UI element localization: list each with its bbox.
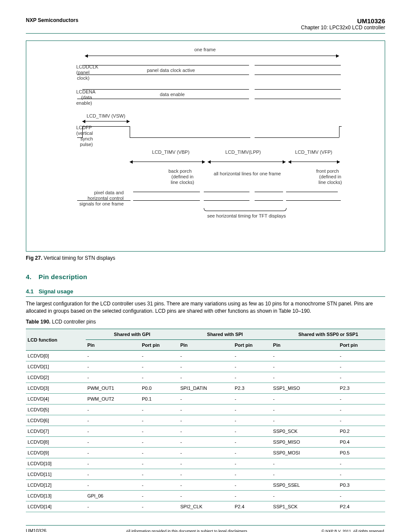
footer-right: © NXP B.V. 2011. All rights reserved. 25… [321, 528, 385, 532]
table-cell: - [140, 351, 178, 361]
wave-line [82, 89, 249, 90]
th-shared-gpi: Shared with GPI [86, 329, 179, 340]
table-cell: - [140, 361, 178, 372]
table-cell: - [140, 448, 178, 458]
wave-line [286, 192, 338, 192]
table-cell: - [233, 491, 271, 501]
table-cell: - [86, 448, 140, 458]
th-lcd-function: LCD function [26, 329, 86, 351]
table-cell: LCDVD[8] [26, 437, 86, 448]
table-cell: - [140, 404, 178, 415]
table-cell: - [140, 458, 178, 469]
table-cell: SSP0_SSEL [271, 480, 338, 491]
wave-line [255, 75, 341, 75]
table-cell: - [178, 351, 233, 361]
table-row: LCDVD[0]------ [26, 351, 385, 361]
table-cell: SSP0_MOSI [271, 448, 338, 458]
table-cell: - [271, 469, 338, 480]
table-row: LCDVD[5]------ [26, 404, 385, 415]
th-pin: Pin [86, 340, 140, 351]
table-cell: - [140, 469, 178, 480]
table-cell: P0.4 [338, 437, 385, 448]
figure-caption: Vertical timing for STN displays [44, 255, 115, 261]
table-cell: - [338, 458, 385, 469]
table-cell: P2.4 [338, 501, 385, 512]
header-right-brand: NXP Semiconductors [26, 17, 78, 31]
table-cell: P0.5 [338, 448, 385, 458]
table-cell: - [271, 404, 338, 415]
table-cell: PWM_OUT1 [86, 383, 140, 394]
figure-number: Fig 27. [26, 255, 42, 261]
label-vsw: LCD_TIMV (VSW) [87, 113, 125, 118]
wave-line [286, 200, 341, 201]
label-lcddclk: LCDDCLK (panel clock) [29, 64, 76, 70]
table-cell: - [86, 372, 140, 383]
table-cell: LCDVD[1] [26, 361, 86, 372]
table-row: LCDVD[13]GPI_06----- [26, 491, 385, 501]
th-pin: Pin [178, 340, 233, 351]
table-row: LCDVD[2]------ [26, 372, 385, 383]
header-chapter: Chapter 10: LPC32x0 LCD controller [301, 25, 385, 31]
arrow-vfp [288, 162, 340, 162]
label-one-frame: one frame [194, 47, 216, 52]
table-cell: - [271, 372, 338, 383]
label-lcdfp: LCDFP (vertical synch pulse) [29, 125, 76, 131]
wave-line [130, 137, 250, 138]
table-row: LCDVD[3]PWM_OUT1P0.0SPI1_DATINP2.3SSP1_M… [26, 383, 385, 394]
table-cell: - [178, 469, 233, 480]
table-cell: P2.4 [233, 501, 271, 512]
paragraph: The largest configuration for the LCD co… [26, 300, 385, 315]
wave-line [204, 192, 249, 192]
footer-mid: All information provided in this documen… [53, 528, 321, 532]
table-cell: LCDVD[9] [26, 448, 86, 458]
table-cell: LCDVD[13] [26, 491, 86, 501]
table-cell: SSP0_SCK [271, 426, 338, 437]
table-row: LCDVD[11]------ [26, 469, 385, 480]
page-header: NXP Semiconductors UM10326 Chapter 10: L… [26, 17, 385, 34]
table-cell: - [338, 361, 385, 372]
table-row: LCDVD[10]------ [26, 458, 385, 469]
table-cell: - [338, 372, 385, 383]
wave-line [77, 99, 249, 99]
table-cell: - [86, 437, 140, 448]
label-vbp: LCD_TIMV (VBP) [152, 149, 190, 155]
brace-line [204, 208, 286, 211]
table-cell: SPI2_CLK [178, 501, 233, 512]
label-front-porch: front porch (defined in line clocks) [288, 168, 344, 174]
wave-line [255, 89, 341, 90]
footer-left: UM10326 User manual [26, 528, 53, 532]
table-cell: LCDVD[5] [26, 404, 86, 415]
table-cell: P0.0 [140, 383, 178, 394]
wave-edge [339, 126, 339, 137]
table-cell: - [271, 351, 338, 361]
table-cell: - [178, 437, 233, 448]
table-cell: - [271, 458, 338, 469]
wave-line [82, 65, 249, 65]
table-row: LCDVD[8]----SSP0_MISOP0.4 [26, 437, 385, 448]
table-cell: P2.3 [338, 383, 385, 394]
table-cell: P0.1 [140, 394, 178, 404]
pin-table: LCD function Shared with GPI Shared with… [26, 329, 385, 512]
wave-edge [82, 126, 83, 137]
table-body: LCDVD[0]------LCDVD[1]------LCDVD[2]----… [26, 351, 385, 512]
table-cell: LCDVD[2] [26, 372, 86, 383]
table-cell: - [86, 415, 140, 426]
table-row: LCDVD[6]------ [26, 415, 385, 426]
table-cell: LCDVD[3] [26, 383, 86, 394]
wave-line [82, 126, 130, 127]
table-cell: - [178, 491, 233, 501]
label-lcdena: LCDENA (data enable) [29, 89, 76, 95]
table-row: LCDVD[1]------ [26, 361, 385, 372]
table-row: LCDVD[4]PWM_OUT2P0.1---- [26, 394, 385, 404]
label-see-horizontal: see horizontal timing for TFT displays [207, 213, 286, 218]
page-footer: UM10326 User manual All information prov… [26, 525, 385, 532]
table-cell: - [338, 469, 385, 480]
table-cell: LCDVD[4] [26, 394, 86, 404]
table-cell: - [233, 426, 271, 437]
table-row: LCDVD[9]----SSP0_MOSIP0.5 [26, 448, 385, 458]
arrow-vbp [130, 162, 205, 162]
table-cell: - [178, 361, 233, 372]
table-cell: - [271, 394, 338, 404]
label-lpp: LCD_TIMV(LPP) [225, 149, 261, 155]
wave-line [77, 200, 131, 201]
